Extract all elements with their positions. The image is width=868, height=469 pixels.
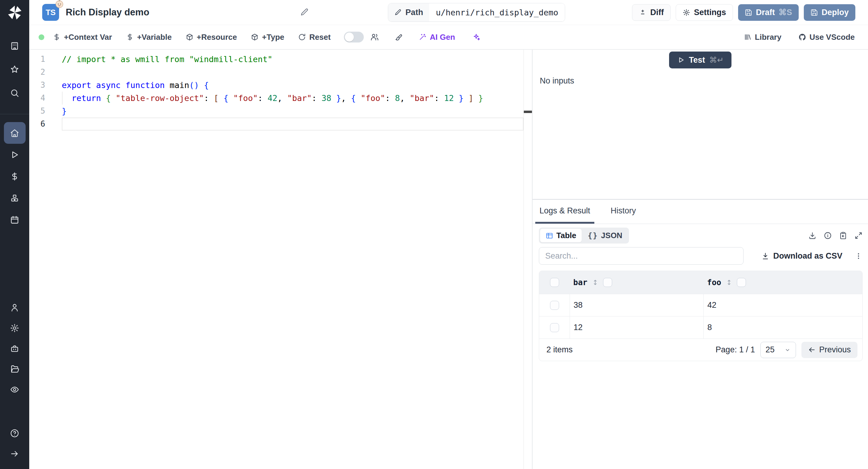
row-checkbox[interactable] [550, 323, 559, 332]
chevron-down-icon [784, 347, 791, 353]
path-value: u/henri/rich_display_demo [429, 3, 565, 22]
library-button[interactable]: Library [744, 33, 781, 42]
use-vscode-button[interactable]: Use VScode [798, 33, 855, 42]
view-table-button[interactable]: Table [540, 229, 582, 242]
sidebar-item-home[interactable] [4, 122, 26, 144]
table-search-input[interactable] [539, 247, 744, 264]
table-menu-kebab-icon[interactable] [855, 252, 863, 260]
items-count: 2 items [547, 345, 572, 354]
boxes-icon [10, 193, 19, 203]
code-area[interactable]: // import * as wmill from "windmill-clie… [62, 50, 524, 469]
sparkles-icon[interactable] [472, 33, 480, 41]
sidebar-item-favorites[interactable] [4, 59, 26, 80]
previous-page-button[interactable]: Previous [801, 342, 858, 358]
sidebar-item-variables[interactable] [4, 165, 26, 187]
calendar-icon [10, 215, 19, 224]
code-line-4[interactable]: return { "table-row-object": [ { "foo": … [62, 92, 524, 104]
code-line-1[interactable]: // import * as wmill from "windmill-clie… [62, 53, 524, 66]
column-checkbox[interactable] [737, 278, 746, 287]
row-checkbox[interactable] [550, 301, 559, 310]
home-icon [10, 128, 19, 138]
dollar-icon [126, 33, 134, 41]
info-icon[interactable] [824, 231, 832, 240]
save-icon [745, 9, 752, 16]
add-context-var-button[interactable]: +Context Var [53, 33, 112, 42]
download-csv-button[interactable]: Download as CSV [761, 251, 842, 261]
column-header-bar: bar [569, 278, 704, 287]
building-icon [10, 41, 19, 51]
sidebar-item-search[interactable] [4, 82, 26, 104]
code-editor[interactable]: 123456 // import * as wmill from "windmi… [29, 50, 532, 469]
diff-button[interactable]: Diff [632, 4, 671, 21]
add-resource-label: +Resource [197, 33, 237, 42]
users-icon[interactable] [370, 33, 379, 41]
edit-title-pencil-icon[interactable] [300, 8, 309, 17]
sidebar-item-folders[interactable] [4, 359, 26, 379]
code-line-6[interactable] [62, 118, 524, 130]
test-shortcut: ⌘↵ [709, 56, 724, 65]
sidebar-item-resources[interactable] [4, 187, 26, 209]
script-path-control[interactable]: Path u/henri/rich_display_demo [388, 3, 565, 22]
settings-button[interactable]: Settings [676, 4, 733, 21]
add-variable-button[interactable]: +Variable [126, 33, 172, 42]
view-json-button[interactable]: {} JSON [582, 229, 628, 242]
app-header: TS Rich Display demo Path u/henri/rich_d… [29, 0, 868, 25]
row-select-cell [539, 323, 569, 332]
table-row[interactable]: 3842 [539, 294, 862, 316]
overview-ruler[interactable] [524, 50, 532, 469]
page-title: Rich Display demo [66, 7, 149, 18]
select-all-checkbox[interactable] [550, 278, 559, 287]
tab-history[interactable]: History [607, 200, 640, 224]
sidebar-top-group [0, 35, 29, 104]
sidebar-item-workspace[interactable] [4, 35, 26, 57]
tab-logs-result[interactable]: Logs & Result [535, 200, 594, 224]
sidebar-item-workers[interactable] [4, 338, 26, 359]
braces-icon: {} [588, 231, 598, 240]
diff-label: Diff [650, 8, 664, 17]
result-table-footer: 2 items Page: 1 / 1 25 Previous [539, 339, 862, 361]
dollar-icon [53, 33, 61, 41]
column-checkbox[interactable] [603, 278, 612, 287]
copy-to-clipboard-icon[interactable] [839, 231, 847, 240]
deploy-button[interactable]: Deploy [804, 4, 855, 21]
table-row[interactable]: 128 [539, 316, 862, 339]
test-button[interactable]: Test ⌘↵ [669, 52, 732, 68]
previous-label: Previous [819, 345, 851, 354]
ai-gen-button[interactable]: AI Gen [418, 33, 455, 42]
reset-button[interactable]: Reset [298, 33, 331, 42]
overview-ruler-cursor-mark [524, 111, 532, 113]
sidebar-item-user[interactable] [4, 297, 26, 318]
code-line-2[interactable] [62, 66, 524, 79]
diff-mode-toggle[interactable] [344, 32, 364, 42]
search-icon [10, 88, 19, 98]
page-size-select[interactable]: 25 [761, 342, 796, 358]
play-icon [10, 150, 19, 159]
sidebar-item-audit-logs[interactable] [4, 379, 26, 400]
sidebar-item-help[interactable] [4, 423, 26, 443]
sidebar-item-runs[interactable] [4, 144, 26, 165]
test-label: Test [689, 56, 705, 65]
gear-icon [10, 323, 19, 333]
path-label-section[interactable]: Path [388, 3, 429, 22]
code-line-5[interactable]: } [62, 104, 524, 118]
download-csv-label: Download as CSV [773, 251, 842, 261]
arrow-right-icon [10, 449, 19, 459]
sort-updown-icon[interactable] [725, 279, 733, 286]
draft-button[interactable]: Draft ⌘S [738, 4, 799, 21]
windmill-logo[interactable] [6, 4, 23, 21]
sort-updown-icon[interactable] [592, 279, 599, 286]
add-type-label: +Type [262, 33, 284, 42]
add-type-button[interactable]: +Type [251, 33, 284, 42]
sidebar-item-settings[interactable] [4, 318, 26, 338]
sidebar-item-schedules[interactable] [4, 209, 26, 230]
typescript-badge-label: TS [45, 8, 56, 17]
download-result-icon[interactable] [808, 231, 816, 240]
rotate-icon [298, 33, 306, 41]
expand-result-icon[interactable] [855, 231, 863, 240]
sidebar-item-expand[interactable] [4, 443, 26, 464]
paintbrush-icon[interactable] [395, 33, 403, 41]
add-resource-button[interactable]: +Resource [186, 33, 237, 42]
code-line-3[interactable]: export async function main() { [62, 79, 524, 92]
line-number: 2 [29, 66, 62, 79]
draft-label: Draft [756, 8, 775, 17]
